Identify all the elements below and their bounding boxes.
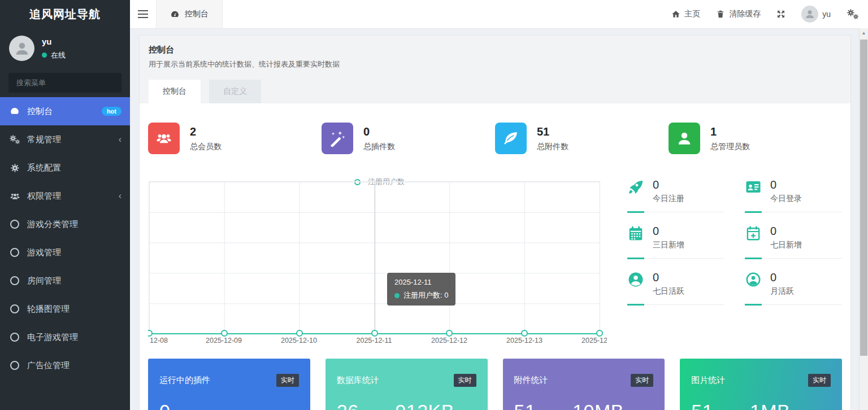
sidebar-item-label: 游戏分类管理: [27, 219, 78, 230]
home-icon: [671, 10, 680, 19]
sidebar-item-game-management[interactable]: 游戏管理: [0, 238, 130, 267]
dashboard-icon: [170, 10, 180, 19]
clear-cache-button[interactable]: 清除缓存: [716, 9, 761, 19]
scrollbar-thumb[interactable]: [860, 40, 867, 356]
users-icon: [148, 123, 180, 154]
search-input[interactable]: [15, 78, 117, 88]
magic-wand-icon: [322, 123, 353, 154]
mini-stats-grid: 0 今日注册 0 今日登录: [627, 177, 842, 346]
online-dot-icon: [42, 53, 47, 58]
sidebar-toggle-button[interactable]: [130, 0, 156, 28]
sidebar-item-general-management[interactable]: 常规管理: [0, 125, 130, 154]
divider: [745, 304, 842, 305]
app-logo: 追风网址导航: [0, 0, 130, 28]
mini-stat-value: 0: [770, 225, 802, 238]
user-icon: [669, 123, 700, 154]
card-value: 0: [159, 400, 218, 410]
mini-stat-value: 0: [770, 271, 794, 284]
x-tick: 2025-12-12: [431, 337, 467, 344]
sidebar-item-system-config[interactable]: 系统配置: [0, 154, 130, 182]
mini-stat-value: 0: [653, 225, 684, 238]
chart-x-axis: 12-08 2025-12-09 2025-12-10 2025-12-11 2…: [149, 337, 607, 346]
chevron-left-icon: [119, 135, 121, 144]
panel-body: 2 总会员数 0 总插件数 51: [139, 103, 851, 410]
tab-label: 控制台: [185, 9, 209, 19]
mini-stat-three-day-new: 0 三日新增: [627, 223, 724, 269]
stat-value: 51: [537, 125, 568, 138]
user-menu[interactable]: yu: [801, 6, 831, 23]
settings-button[interactable]: [847, 8, 859, 20]
panel-tabs: 控制台 自定义: [149, 80, 841, 103]
tooltip-value: 注册用户数: 0: [403, 290, 448, 300]
leaf-icon: [495, 123, 527, 154]
page-subtitle: 用于展示当前系统中的统计数据、统计报表及重要实时数据: [149, 59, 841, 69]
stat-label: 总会员数: [190, 142, 222, 152]
x-tick: 12-08: [150, 337, 168, 344]
mini-stat-label: 七日新增: [770, 240, 802, 250]
stat-value: 2: [190, 125, 222, 138]
card-value: 26: [337, 400, 396, 410]
card-title: 数据库统计: [337, 375, 379, 386]
rocket-icon: [627, 178, 644, 195]
sidebar-item-ad-slot-management[interactable]: 广告位管理: [0, 351, 130, 380]
mini-stat-value: 0: [653, 271, 684, 284]
dashboard-icon: [8, 106, 21, 116]
realtime-badge: 实时: [454, 374, 476, 387]
fullscreen-button[interactable]: [776, 10, 785, 19]
user-status-label: 在线: [51, 50, 66, 60]
topbar-actions: 主页 清除缓存 yu: [671, 0, 868, 28]
bottom-cards-row: 运行中的插件 实时 0 数据库统计 实时 26 912KB: [148, 359, 842, 410]
realtime-badge: 实时: [276, 374, 299, 387]
sidebar-item-room-management[interactable]: 房间管理: [0, 267, 130, 295]
sidebar-item-label: 广告位管理: [27, 360, 70, 371]
x-tick: 2025-12-13: [506, 337, 542, 344]
expand-icon: [776, 10, 785, 19]
chart-point: [446, 330, 453, 337]
user-icon: [14, 40, 31, 57]
circle-icon: [8, 248, 21, 257]
dashboard-row: 注册用户数 2025-12-11: [148, 177, 842, 346]
scroll-up-arrow-icon[interactable]: [860, 28, 868, 37]
card-value-secondary: 10MB: [572, 400, 624, 410]
stats-row: 2 总会员数 0 总插件数 51: [148, 123, 842, 154]
user-circle-icon: [627, 271, 644, 288]
vertical-scrollbar[interactable]: [859, 28, 868, 410]
mini-stat-value: 0: [653, 178, 684, 191]
sidebar-item-carousel-management[interactable]: 轮播图管理: [0, 295, 130, 323]
realtime-badge: 实时: [808, 374, 831, 387]
tab-dashboard[interactable]: 控制台: [156, 0, 223, 28]
stat-value: 1: [710, 125, 750, 138]
chart-point: [371, 330, 378, 337]
sidebar-item-permission-management[interactable]: 权限管理: [0, 182, 130, 210]
card-title: 附件统计: [514, 375, 548, 386]
page-title: 控制台: [149, 45, 841, 55]
sidebar-item-dashboard[interactable]: 控制台 hot: [0, 97, 130, 125]
series-dot-icon: [394, 293, 400, 298]
panel-heading: 控制台 用于展示当前系统中的统计数据、统计报表及重要实时数据 控制台 自定义: [139, 35, 851, 103]
tab-console[interactable]: 控制台: [149, 80, 201, 103]
sidebar-menu: 控制台 hot 常规管理 系统配置 权限管理 游戏分类管理 游戏管理 房间管理: [0, 97, 130, 380]
sidebar-item-label: 常规管理: [27, 134, 61, 145]
mini-stat-value: 0: [770, 178, 802, 191]
mini-stat-label: 月活跃: [770, 286, 794, 296]
card-value-secondary: 912KB: [395, 400, 454, 410]
realtime-badge: 实时: [631, 374, 653, 387]
sidebar-item-game-category[interactable]: 游戏分类管理: [0, 210, 130, 238]
calendar-icon: [627, 225, 644, 242]
tab-custom[interactable]: 自定义: [209, 80, 261, 103]
card-database-stats: 数据库统计 实时 26 912KB: [326, 359, 488, 410]
mini-stat-today-register: 0 今日注册: [627, 177, 724, 223]
circle-icon: [8, 220, 21, 229]
stat-label: 总插件数: [363, 142, 395, 152]
home-button[interactable]: 主页: [671, 9, 700, 19]
circle-icon: [8, 276, 21, 285]
stat-total-members: 2 总会员数: [148, 123, 322, 154]
sidebar-item-label: 房间管理: [27, 276, 61, 286]
stat-total-plugins: 0 总插件数: [322, 123, 495, 154]
x-tick: 2025-12-14: [581, 337, 607, 344]
chart-point: [596, 330, 603, 337]
avatar: [801, 6, 818, 23]
circle-icon: [8, 333, 21, 342]
sidebar-item-electronic-game-management[interactable]: 电子游戏管理: [0, 323, 130, 351]
chart-tooltip: 2025-12-11 注册用户数: 0: [387, 273, 455, 306]
